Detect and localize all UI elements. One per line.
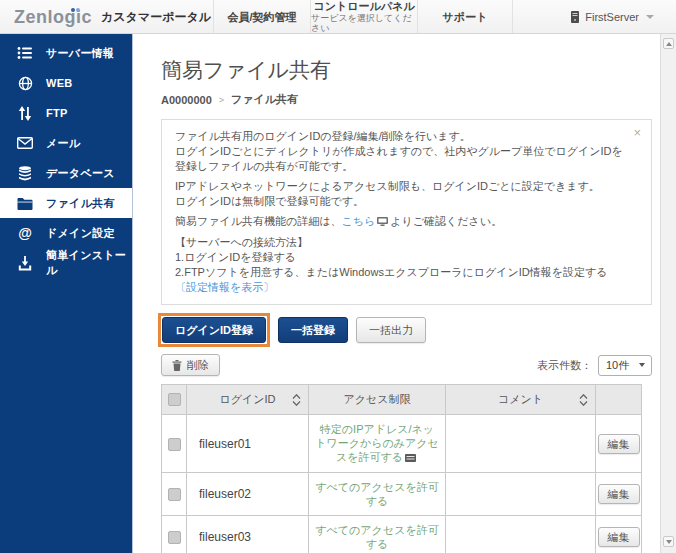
nav-item-support[interactable]: サポート	[417, 0, 513, 33]
page-title: 簡易ファイル共有	[161, 57, 660, 83]
sort-icon[interactable]	[579, 394, 588, 406]
install-icon	[17, 255, 33, 271]
edit-button[interactable]: 編集	[598, 434, 640, 454]
select-all-checkbox[interactable]	[168, 393, 181, 406]
sidebar-item-domain-settings[interactable]: @ ドメイン設定	[0, 218, 132, 248]
zenlogic-customer-portal: Zenlogic カスタマーポータル 会員/契約管理 コントロールパネル サービ…	[0, 0, 676, 553]
chevron-down-icon	[646, 15, 654, 19]
scroll-up-icon[interactable]	[663, 38, 674, 49]
login-id-cell: fileuser01	[187, 415, 309, 473]
table-row: fileuser01 特定のIPアドレス/ネットワークからのみアクセスを許可する…	[162, 415, 642, 473]
row-checkbox[interactable]	[168, 531, 181, 544]
row-checkbox-cell	[162, 415, 187, 473]
breadcrumb: A0000000 > ファイル共有	[161, 92, 660, 107]
action-toolbar: ログインID登録 一括登録 一括出力	[158, 313, 660, 347]
ftp-arrows-icon	[17, 105, 33, 121]
row-checkbox-cell	[162, 473, 187, 516]
database-icon	[17, 165, 33, 181]
column-login-id[interactable]: ログインID	[187, 385, 309, 415]
row-checkbox[interactable]	[168, 438, 181, 451]
sidebar-item-server-info[interactable]: サーバー情報	[0, 38, 132, 68]
mail-icon	[17, 135, 33, 151]
trash-icon	[172, 360, 182, 371]
sidebar-item-file-share[interactable]: ファイル共有	[0, 188, 132, 218]
comment-cell	[446, 473, 596, 516]
register-login-id-button[interactable]: ログインID登録	[162, 317, 266, 343]
settings-info-link[interactable]: 〔設定情報を表示〕	[175, 281, 274, 293]
table-row: fileuser03 すべてのアクセスを許可する 編集	[162, 516, 642, 553]
login-id-cell: fileuser02	[187, 473, 309, 516]
details-here-link[interactable]: こちら	[342, 215, 376, 227]
header-checkbox-cell	[162, 385, 187, 415]
external-link-icon	[377, 215, 388, 230]
nav-item-control-panel[interactable]: コントロールパネル サービスを選択してください	[310, 0, 417, 33]
edit-button[interactable]: 編集	[598, 527, 640, 547]
column-access-restriction[interactable]: アクセス制限	[309, 385, 446, 415]
login-id-cell: fileuser03	[187, 516, 309, 553]
sidebar-item-label: FTP	[46, 107, 68, 119]
chevron-down-icon	[639, 363, 645, 367]
main-content: 簡易ファイル共有 A0000000 > ファイル共有 × ファイル共有用のログイ…	[134, 34, 660, 553]
info-paragraph: IPアドレスやネットワークによるアクセス制限も、ログインIDごとに設定できます。…	[175, 179, 625, 209]
comment-cell	[446, 415, 596, 473]
comment-cell	[446, 516, 596, 553]
zenlogic-logo[interactable]: Zenlogic カスタマーポータル	[14, 0, 211, 34]
close-icon[interactable]: ×	[633, 126, 641, 139]
bulk-export-button[interactable]: 一括出力	[356, 317, 426, 343]
logo-wordmark: Zenlogic	[14, 7, 92, 28]
header-nav: 会員/契約管理 コントロールパネル サービスを選択してください サポート	[213, 0, 513, 33]
globe-icon	[17, 75, 33, 91]
edit-cell: 編集	[596, 516, 642, 553]
scroll-down-icon[interactable]	[663, 536, 674, 547]
info-connection-steps: 【サーバーへの接続方法】 1.ログインIDを登録する 2.FTPソフトを用意する…	[175, 235, 625, 295]
server-list-icon	[17, 45, 33, 61]
access-restriction-cell: すべてのアクセスを許可する	[309, 516, 446, 553]
top-header: Zenlogic カスタマーポータル 会員/契約管理 コントロールパネル サービ…	[0, 0, 676, 34]
column-comment[interactable]: コメント	[446, 385, 596, 415]
sidebar: サーバー情報 WEB FTP メール	[0, 34, 133, 553]
sidebar-item-label: 簡単インストール	[46, 248, 132, 278]
display-count-top: 表示件数： 10件	[537, 355, 652, 376]
nav-label: コントロールパネル	[313, 0, 414, 12]
sidebar-item-database[interactable]: データベース	[0, 158, 132, 188]
vertical-scrollbar[interactable]	[660, 34, 676, 553]
nav-label: 会員/契約管理	[227, 11, 296, 23]
sidebar-item-web[interactable]: WEB	[0, 68, 132, 98]
sort-icon[interactable]	[292, 394, 301, 406]
sidebar-item-label: サーバー情報	[46, 46, 114, 61]
column-actions	[596, 385, 642, 415]
nav-item-member-contract[interactable]: 会員/契約管理	[213, 0, 310, 33]
edit-cell: 編集	[596, 473, 642, 516]
table-row: fileuser02 すべてのアクセスを許可する 編集	[162, 473, 642, 516]
display-count-select[interactable]: 10件	[598, 355, 652, 376]
sidebar-item-easy-install[interactable]: 簡単インストール	[0, 248, 132, 278]
sidebar-item-ftp[interactable]: FTP	[0, 98, 132, 128]
bulk-register-button[interactable]: 一括登録	[278, 317, 348, 343]
row-checkbox-cell	[162, 516, 187, 553]
info-paragraph: 簡易ファイル共有機能の詳細は、こちらよりご確認ください。	[175, 214, 625, 230]
breadcrumb-separator-icon: >	[219, 95, 224, 105]
access-detail-icon	[405, 451, 416, 465]
row-checkbox[interactable]	[168, 488, 181, 501]
sidebar-item-label: データベース	[46, 166, 115, 181]
breadcrumb-current: ファイル共有	[231, 92, 298, 107]
table-header-row: ログインID アクセス制限 コメント	[162, 385, 642, 415]
login-id-table: ログインID アクセス制限 コメント	[161, 384, 642, 553]
annotation-highlight-box: ログインID登録	[158, 313, 270, 347]
info-box: × ファイル共有用のログインIDの登録/編集/削除を行います。 ログインIDごと…	[161, 119, 652, 305]
sidebar-item-label: メール	[46, 136, 80, 151]
nav-label: サポート	[443, 11, 488, 23]
sidebar-item-mail[interactable]: メール	[0, 128, 132, 158]
edit-button[interactable]: 編集	[598, 484, 640, 504]
delete-button[interactable]: 削除	[161, 354, 220, 376]
sidebar-item-label: ファイル共有	[46, 196, 115, 211]
access-restriction-cell: 特定のIPアドレス/ネットワークからのみアクセスを許可する	[309, 415, 446, 473]
sidebar-item-label: ドメイン設定	[46, 226, 115, 241]
account-menu[interactable]: FirstServer	[570, 0, 654, 33]
sidebar-item-label: WEB	[46, 77, 73, 89]
access-restriction-cell: すべてのアクセスを許可する	[309, 473, 446, 516]
edit-cell: 編集	[596, 415, 642, 473]
at-icon: @	[17, 225, 33, 241]
logo-dots-icon	[71, 0, 83, 2]
account-name: FirstServer	[585, 11, 639, 23]
